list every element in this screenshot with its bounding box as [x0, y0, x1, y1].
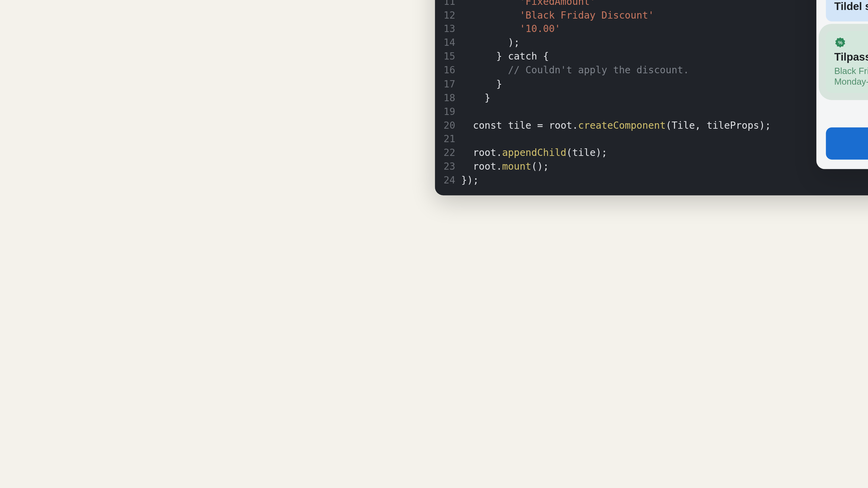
code-area[interactable]: import {extend, Tile, TileProps} from '@… — [461, 0, 868, 195]
phone-mockup: 11:11 100 % Søg Tilføj kunde Tilføj tilp… — [816, 0, 868, 169]
code-editor-window: index.jsx × + 12345678910111213141516171… — [435, 0, 868, 195]
custom-app-title: Tilpasset app — [834, 51, 868, 64]
tile-custom-app[interactable]: % Tilpasset app Black Friday/Cyber Monda… — [826, 31, 868, 93]
svg-text:%: % — [838, 40, 843, 45]
tile-grid: Tilføj kunde Tilføj tilpasset salg Tilde… — [826, 0, 868, 104]
discount-badge-icon: % — [834, 37, 846, 49]
canvas: index.jsx × + 12345678910111213141516171… — [317, 0, 868, 244]
tile-label: Tildel salg — [834, 1, 868, 13]
tile-assign-sale[interactable]: Tildel salg — [826, 0, 868, 21]
editor-body: 123456789101112131415161718192021222324 … — [435, 0, 868, 195]
line-number-gutter: 123456789101112131415161718192021222324 — [435, 0, 461, 195]
cart-button[interactable]: 1 vare – kr. 299,90 — [826, 127, 868, 159]
page-indicator: + — [826, 112, 868, 120]
custom-app-subtitle: Black Friday/Cyber Monday-rabat — [834, 65, 868, 87]
